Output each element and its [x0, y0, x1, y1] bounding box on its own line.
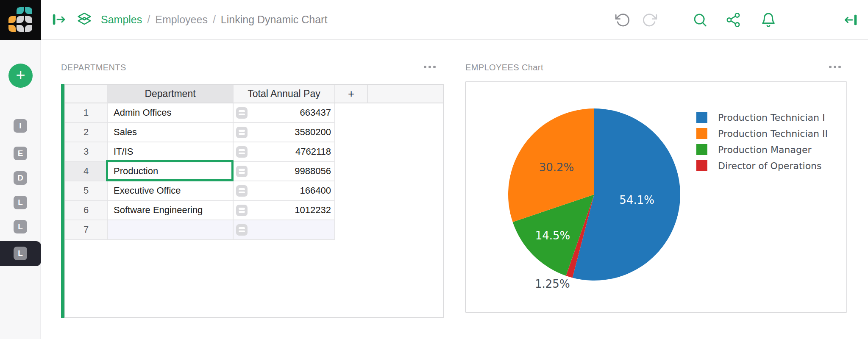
pay-value: 166400	[248, 185, 331, 196]
pie-percent-label: 30.2%	[539, 161, 574, 174]
number-format-icon	[236, 146, 248, 158]
table-row: 5Executive Office166400	[65, 181, 443, 201]
pay-value: 1012232	[248, 205, 331, 216]
breadcrumb-separator: /	[213, 14, 216, 26]
cell-empty[interactable]	[335, 181, 368, 201]
cell-total-annual-pay[interactable]: 3580200	[234, 123, 335, 142]
row-number[interactable]: 4	[65, 162, 108, 181]
cell-total-annual-pay[interactable]: 1012232	[234, 201, 335, 220]
cell-empty[interactable]	[335, 142, 368, 162]
pay-value: 663437	[248, 107, 331, 118]
sidebar-page[interactable]: E	[14, 147, 27, 160]
header-filler	[368, 85, 443, 103]
cell-filler	[368, 123, 443, 142]
pay-value: 9988056	[248, 166, 331, 177]
cell-filler	[368, 220, 443, 240]
breadcrumb-folder[interactable]: Employees	[155, 14, 208, 26]
table-row: 7	[65, 220, 443, 240]
table-row: 3IT/IS4762118	[65, 142, 443, 162]
sidebar-page[interactable]: I	[14, 119, 27, 133]
notifications-icon[interactable]	[760, 12, 776, 28]
cell-total-annual-pay[interactable]	[234, 220, 335, 240]
cell-department[interactable]: Executive Office	[108, 181, 234, 201]
row-number[interactable]: 6	[65, 201, 108, 220]
sidebar-page[interactable]: L	[14, 196, 27, 209]
cell-department[interactable]: IT/IS	[108, 142, 234, 162]
employees-chart-panel[interactable]: 54.1%1.25%14.5%30.2% Production Technici…	[465, 81, 847, 313]
topbar: Samples / Employees / Linking Dynamic Ch…	[0, 0, 868, 40]
redo-icon[interactable]	[642, 12, 658, 28]
cell-total-annual-pay[interactable]: 166400	[234, 181, 335, 201]
departments-table: Department Total Annual Pay + 1Admin Off…	[61, 84, 444, 318]
cell-empty[interactable]	[335, 103, 368, 123]
logo-petals	[8, 7, 32, 32]
row-number[interactable]: 5	[65, 181, 108, 201]
search-icon[interactable]	[692, 12, 708, 28]
legend-swatch	[696, 128, 707, 139]
column-header-department[interactable]: Department	[108, 85, 234, 103]
legend-label: Director of Operations	[718, 161, 822, 171]
sidebar-page-selected[interactable]: L	[0, 241, 41, 266]
cell-empty[interactable]	[335, 201, 368, 220]
pie-percent-label: 14.5%	[535, 229, 570, 242]
pie-percent-label: 54.1%	[619, 194, 654, 206]
pages-stack-icon[interactable]	[76, 11, 92, 28]
pay-value: 4762118	[248, 146, 331, 157]
breadcrumb-separator: /	[147, 14, 150, 26]
legend-item[interactable]: Production Manager	[696, 144, 811, 155]
legend-label: Production Technician II	[718, 128, 828, 139]
legend-label: Production Manager	[718, 144, 811, 155]
number-format-icon	[236, 107, 248, 119]
breadcrumb: Samples / Employees / Linking Dynamic Ch…	[51, 0, 327, 39]
row-number[interactable]: 3	[65, 142, 108, 162]
legend-swatch	[696, 112, 707, 123]
share-icon[interactable]	[725, 12, 741, 28]
cell-filler	[368, 181, 443, 201]
row-number[interactable]: 7	[65, 220, 108, 240]
rows-logo[interactable]	[0, 0, 41, 40]
cell-department[interactable]	[108, 220, 234, 240]
cell-total-annual-pay[interactable]: 9988056	[234, 162, 335, 181]
page-badge[interactable]: L	[14, 247, 27, 260]
table-accent-bar	[61, 84, 64, 318]
rows-app: Samples / Employees / Linking Dynamic Ch…	[0, 0, 868, 339]
cell-empty[interactable]	[335, 123, 368, 142]
selected-cell-outline	[106, 160, 234, 181]
departments-more-menu-icon[interactable]	[424, 66, 436, 68]
employees-chart-title: EMPLOYEES Chart	[465, 63, 543, 72]
legend-label: Production Technician I	[718, 112, 825, 123]
column-header-total-annual-pay[interactable]: Total Annual Pay	[234, 85, 335, 103]
cell-filler	[368, 162, 443, 181]
cell-total-annual-pay[interactable]: 663437	[234, 103, 335, 123]
legend-item[interactable]: Production Technician I	[696, 112, 825, 123]
add-page-button[interactable]: +	[8, 64, 33, 88]
cell-empty[interactable]	[335, 220, 368, 240]
table-row: 1Admin Offices663437	[65, 103, 443, 123]
legend-item[interactable]: Director of Operations	[696, 160, 822, 171]
breadcrumb-root[interactable]: Samples	[101, 14, 142, 26]
row-number-header[interactable]	[65, 85, 108, 103]
number-format-icon	[236, 166, 248, 177]
row-number[interactable]: 2	[65, 123, 108, 142]
undo-icon[interactable]	[615, 12, 631, 28]
table-grid: Department Total Annual Pay + 1Admin Off…	[64, 84, 444, 318]
legend-item[interactable]: Production Technician II	[696, 128, 828, 139]
add-column-button[interactable]: +	[335, 85, 368, 103]
pages-sidebar: + IEDLLL	[0, 40, 41, 339]
chart-more-menu-icon[interactable]	[829, 66, 841, 68]
collapse-panel-icon[interactable]	[843, 12, 859, 28]
expand-sidebar-icon[interactable]	[51, 11, 67, 28]
legend-swatch	[696, 144, 707, 155]
cell-empty[interactable]	[335, 162, 368, 181]
sidebar-page[interactable]: L	[14, 220, 27, 233]
cell-department[interactable]: Software Engineering	[108, 201, 234, 220]
legend-swatch	[696, 160, 707, 171]
row-number[interactable]: 1	[65, 103, 108, 123]
sidebar-page[interactable]: D	[14, 171, 27, 185]
number-format-icon	[236, 224, 248, 236]
cell-department[interactable]: Admin Offices	[108, 103, 234, 123]
number-format-icon	[236, 127, 248, 138]
pay-value: 3580200	[248, 127, 331, 138]
cell-total-annual-pay[interactable]: 4762118	[234, 142, 335, 162]
cell-department[interactable]: Sales	[108, 123, 234, 142]
